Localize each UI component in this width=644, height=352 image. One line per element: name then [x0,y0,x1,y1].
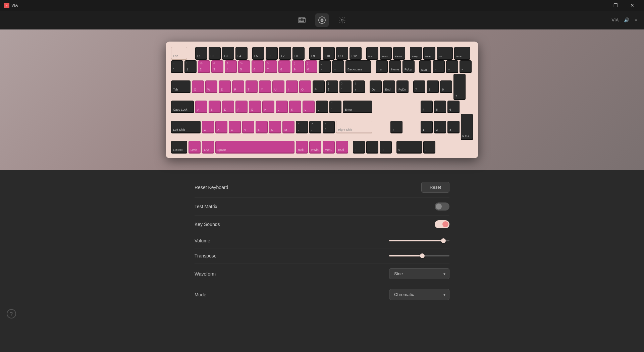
key-comma[interactable]: <, [296,121,308,133]
key-minus[interactable]: _- [319,60,331,72]
key-f12[interactable]: F12 [350,47,362,59]
key-3[interactable]: #3 [211,60,223,72]
key-ins[interactable]: Ins [376,60,388,72]
key-c[interactable]: C [229,121,241,133]
key-semicolon[interactable]: :; [316,101,328,113]
key-esc[interactable]: Esc [171,47,187,59]
key-tilde[interactable]: ~` [171,60,183,72]
key-rwin[interactable]: RWin [309,141,321,153]
key-f8[interactable]: F8 [292,47,305,59]
key-num-0[interactable]: 0 [396,141,422,153]
key-r[interactable]: R [232,80,244,93]
test-matrix-toggle[interactable] [435,202,449,211]
key-1[interactable]: !1 [184,60,197,72]
key-4[interactable]: $4 [225,60,237,72]
waveform-dropdown[interactable]: Sine Square Triangle Sawtooth [389,268,449,279]
key-f5[interactable]: F5 [252,47,264,59]
key-period[interactable]: >. [309,121,321,133]
key-6[interactable]: ^6 [252,60,264,72]
key-left-shift[interactable]: Left Shift [171,121,201,133]
key-8[interactable]: *8 [278,60,290,72]
key-pgdn[interactable]: PgDn [396,80,409,93]
key-lalt[interactable]: LAlt [202,141,214,153]
key-end[interactable]: End [383,80,395,93]
menu-button[interactable]: ≡ [635,17,637,22]
via-label-button[interactable]: VIA [611,17,619,22]
volume-icon-button[interactable]: 🔊 [624,17,629,22]
close-button[interactable]: ✕ [625,0,640,11]
key-sounds-toggle[interactable] [435,220,449,228]
key-pause[interactable]: Pause [393,47,405,59]
key-rbracket[interactable]: }] [339,80,352,93]
minimize-button[interactable]: — [591,0,606,11]
key-f7[interactable]: F7 [279,47,291,59]
key-print[interactable]: Print [366,47,378,59]
key-pgup[interactable]: PgUp [402,60,415,72]
key-p[interactable]: P [313,80,325,93]
key-slash[interactable]: ?/ [323,121,335,133]
key-arrow-left[interactable]: ← [353,141,365,153]
key-f10[interactable]: F10 [323,47,335,59]
key-m[interactable]: M [282,121,294,133]
maximize-button[interactable]: ❐ [608,0,623,11]
key-v[interactable]: V [242,121,254,133]
key-t[interactable]: T [246,80,258,93]
key-f9[interactable]: F9 [309,47,321,59]
key-arrow-right[interactable]: → [380,141,392,153]
key-backslash[interactable]: |\ [353,80,365,93]
key-num-3[interactable]: 3 [447,121,460,133]
key-num-plus[interactable]: + [453,74,466,99]
help-button[interactable]: ? [7,309,16,318]
key-num-mul[interactable]: × [446,60,458,72]
key-num-7[interactable]: 7 [413,80,425,93]
key-rctrl[interactable]: RCtl [336,141,348,153]
settings-button[interactable] [335,13,349,27]
key-tab[interactable]: Tab [171,80,191,93]
key-arrow-down[interactable]: ↓ [366,141,378,153]
via-logo-button[interactable] [315,13,329,27]
key-num-5[interactable]: 5 [434,101,446,113]
key-i[interactable]: I [286,80,298,93]
key-7[interactable]: &7 [265,60,277,72]
key-f6[interactable]: F6 [266,47,278,59]
key-f1[interactable]: F1 [195,47,207,59]
key-del[interactable]: Del [370,80,382,93]
key-f4[interactable]: F4 [235,47,248,59]
key-f11[interactable]: F11 [336,47,348,59]
key-f3[interactable]: F3 [222,47,234,59]
key-numlck[interactable]: N.Lck [419,60,431,72]
key-num-enter[interactable]: N.Ent [461,114,473,139]
key-mute[interactable]: Mute [423,47,435,59]
reset-button[interactable]: Reset [421,182,449,193]
key-enter[interactable]: Enter [343,101,372,113]
key-menu[interactable]: Menu [323,141,335,153]
key-q[interactable]: Q [192,80,204,93]
key-s[interactable]: S [209,101,221,113]
key-f[interactable]: F [235,101,248,113]
key-n[interactable]: N [269,121,281,133]
key-w[interactable]: W [205,80,217,93]
key-l[interactable]: L [303,101,315,113]
key-f2[interactable]: F2 [209,47,221,59]
key-num-div[interactable]: ÷ [433,60,445,72]
key-home[interactable]: Home [389,60,401,72]
key-num-9[interactable]: 9 [440,80,452,93]
key-o[interactable]: O [299,80,311,93]
key-num-dot[interactable]: . [423,141,435,153]
key-vol-up[interactable]: Vol + [454,47,470,59]
key-a[interactable]: A [195,101,207,113]
key-capslock[interactable]: Caps Lock [171,101,194,113]
key-sleep[interactable]: Sleep [410,47,422,59]
key-num-4[interactable]: 4 [421,101,433,113]
key-num-1[interactable]: 1 [421,121,433,133]
volume-slider[interactable] [389,240,449,241]
key-9[interactable]: (9 [292,60,304,72]
key-k[interactable]: K [289,101,301,113]
key-ralt[interactable]: RAlt [296,141,308,153]
key-u[interactable]: U [272,80,284,93]
key-right-shift[interactable]: Right Shift [336,121,372,133]
key-num-sub[interactable]: − [460,60,472,72]
volume-thumb[interactable] [441,238,446,243]
key-num-6[interactable]: 6 [447,101,460,113]
key-scroll[interactable]: Scroll [380,47,392,59]
